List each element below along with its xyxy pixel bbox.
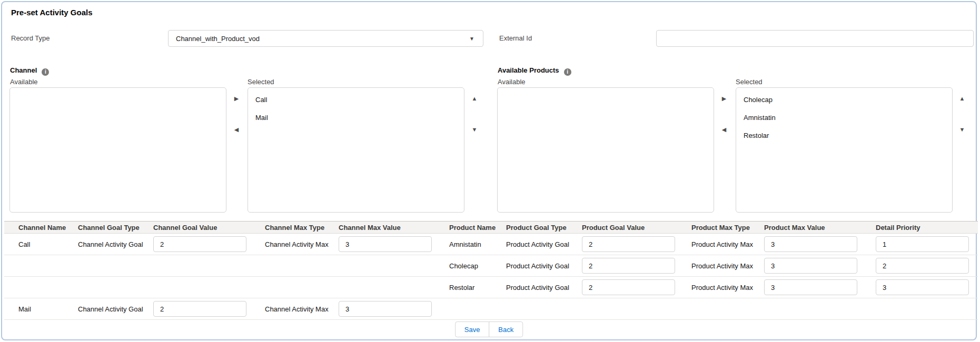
product-goal-value-input[interactable] — [582, 258, 675, 274]
listbox-option-restolar[interactable]: Restolar — [736, 127, 952, 145]
products-move-left-icon[interactable]: ◀ — [720, 125, 728, 134]
products-section-label-text: Available Products — [498, 66, 559, 74]
products-available-listbox[interactable] — [497, 87, 714, 213]
cell-product-max-type: Product Activity Max — [691, 255, 764, 277]
cell-channel-max-type: Channel Activity Max — [265, 234, 339, 255]
col-channel-max-type: Channel Max Type — [265, 222, 339, 234]
channel-move-right-icon[interactable]: ▶ — [232, 94, 241, 103]
product-max-value-input[interactable] — [764, 236, 857, 252]
col-product-max-value: Product Max Value — [764, 222, 876, 234]
chevron-down-icon: ▼ — [469, 36, 474, 42]
cell-channel-name: Mail — [4, 298, 78, 320]
col-product-goal-value: Product Goal Value — [582, 222, 691, 234]
products-selected-label: Selected — [736, 78, 763, 86]
cell-channel-name: Call — [4, 234, 78, 255]
col-product-max-type: Product Max Type — [691, 222, 764, 234]
channel-move-left-icon[interactable]: ◀ — [232, 125, 241, 134]
products-info-icon[interactable]: i — [564, 68, 571, 76]
footer-button-group: Save Back — [455, 321, 523, 337]
product-goal-value-input[interactable] — [582, 279, 675, 295]
goals-table-wrap: Channel Name Channel Goal Type Channel G… — [4, 221, 978, 320]
goals-table-header-row: Channel Name Channel Goal Type Channel G… — [4, 222, 978, 234]
save-button[interactable]: Save — [455, 321, 490, 337]
product-max-value-input[interactable] — [764, 279, 857, 295]
channel-selected-listbox[interactable]: Call Mail — [248, 87, 464, 213]
listbox-option-cholecap[interactable]: Cholecap — [736, 91, 952, 109]
channel-info-icon[interactable]: i — [42, 68, 49, 76]
channel-max-value-input[interactable] — [339, 301, 432, 317]
products-selected-listbox[interactable]: Cholecap Amnistatin Restolar — [736, 87, 953, 213]
channel-move-up-icon[interactable]: ▲ — [470, 94, 479, 103]
product-goal-value-input[interactable] — [582, 236, 675, 252]
cell-product-goal-type: Product Activity Goal — [506, 234, 582, 255]
cell-product-goal-type: Product Activity Goal — [506, 255, 582, 277]
external-id-label: External Id — [499, 30, 532, 47]
col-channel-goal-type: Channel Goal Type — [78, 222, 153, 234]
products-move-right-icon[interactable]: ▶ — [720, 94, 728, 103]
detail-priority-input[interactable] — [876, 279, 969, 295]
channel-selected-label: Selected — [248, 78, 274, 86]
products-move-up-icon[interactable]: ▲ — [958, 94, 966, 103]
external-id-input[interactable] — [656, 30, 974, 47]
page-title: Pre-set Activity Goals — [11, 8, 93, 17]
cell-channel-goal-type: Channel Activity Goal — [78, 298, 153, 320]
channel-move-down-icon[interactable]: ▼ — [470, 125, 479, 134]
back-button[interactable]: Back — [489, 321, 523, 337]
channel-section-label-text: Channel — [10, 66, 37, 74]
channel-goal-value-input[interactable] — [153, 301, 246, 317]
col-product-goal-type: Product Goal Type — [506, 222, 582, 234]
col-product-name: Product Name — [449, 222, 506, 234]
cell-product-name: Restolar — [449, 277, 506, 298]
record-type-label: Record Type — [11, 30, 50, 47]
cell-product-goal-type: Product Activity Goal — [506, 277, 582, 298]
products-available-label: Available — [498, 78, 526, 86]
cell-product-max-type: Product Activity Max — [691, 234, 764, 255]
table-row: Call Channel Activity Goal Channel Activ… — [4, 234, 978, 255]
channel-available-label: Available — [10, 78, 38, 86]
products-move-down-icon[interactable]: ▼ — [958, 125, 966, 134]
channel-available-listbox[interactable] — [9, 87, 226, 213]
cell-channel-goal-type: Channel Activity Goal — [78, 234, 153, 255]
cell-channel-max-type: Channel Activity Max — [265, 298, 339, 320]
listbox-option-call[interactable]: Call — [248, 91, 464, 109]
preset-activity-goals-panel: Pre-set Activity Goals Record Type Chann… — [1, 1, 977, 340]
channel-section-label: Channeli — [10, 66, 49, 76]
product-max-value-input[interactable] — [764, 258, 857, 274]
table-row: Restolar Product Activity Goal Product A… — [4, 277, 978, 298]
detail-priority-input[interactable] — [876, 236, 969, 252]
listbox-option-mail[interactable]: Mail — [248, 109, 464, 127]
cell-product-name: Amnistatin — [449, 234, 506, 255]
cell-product-max-type: Product Activity Max — [691, 277, 764, 298]
products-section-label: Available Productsi — [498, 66, 571, 76]
col-channel-name: Channel Name — [4, 222, 78, 234]
listbox-option-amnistatin[interactable]: Amnistatin — [736, 109, 952, 127]
channel-goal-value-input[interactable] — [153, 236, 246, 252]
detail-priority-input[interactable] — [876, 258, 969, 274]
record-type-value: Channel_with_Product_vod — [176, 35, 260, 43]
channel-max-value-input[interactable] — [339, 236, 432, 252]
cell-product-name: Cholecap — [449, 255, 506, 277]
table-row: Cholecap Product Activity Goal Product A… — [4, 255, 978, 277]
record-type-select[interactable]: Channel_with_Product_vod ▼ — [168, 30, 483, 47]
col-detail-priority: Detail Priority — [876, 222, 978, 234]
goals-table: Channel Name Channel Goal Type Channel G… — [4, 221, 978, 320]
col-channel-goal-value: Channel Goal Value — [153, 222, 265, 234]
table-row: Mail Channel Activity Goal Channel Activ… — [4, 298, 978, 320]
col-channel-max-value: Channel Max Value — [339, 222, 449, 234]
